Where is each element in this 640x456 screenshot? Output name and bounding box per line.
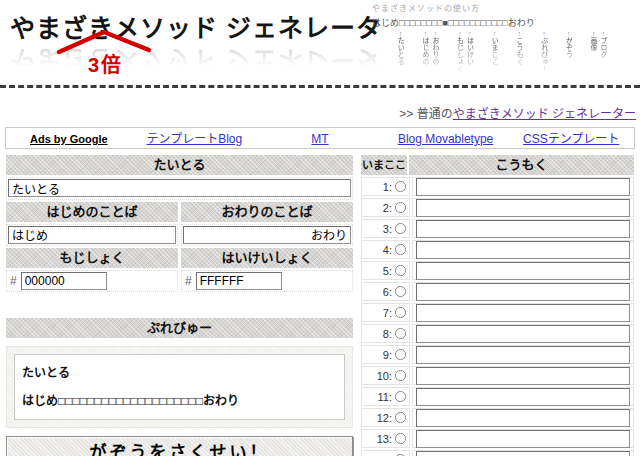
usage-label-group: ↑いまここ [490,30,499,73]
usage-label-group: ↑たいとる [396,30,405,73]
now-here-radio[interactable] [395,265,406,276]
item-cell [412,303,634,322]
dashed-divider [0,85,640,88]
now-here-radio[interactable] [395,370,406,381]
item-input[interactable] [416,283,630,301]
usage-label: 画像 [590,37,597,73]
item-cell [412,387,634,406]
preview-frame: たいとる はじめ□□□□□□□□□□□□□□□□□□□□おわり [6,346,353,428]
now-here-radio[interactable] [395,202,406,213]
preview-title: たいとる [22,363,337,380]
item-input[interactable] [416,346,630,364]
now-here-radio[interactable] [395,286,406,297]
row-number-cell: 5: [361,261,410,280]
row-number-cell: 4: [361,240,410,259]
table-row: 6: [361,282,634,301]
now-here-radio[interactable] [395,244,406,255]
title-field-cell [6,177,353,200]
row-number: 13: [377,433,392,445]
text-color-header: もじしょく [6,248,178,268]
items-table: いまここ こうもく 1: 2: 3: 4: 5: 6: 7: [361,155,634,456]
items-table-header: いまここ こうもく [361,155,634,175]
table-row: 10: [361,366,634,385]
item-input[interactable] [416,199,630,217]
row-number-cell: 9: [361,345,410,364]
up-arrow-icon: ↑ [602,30,606,37]
item-input[interactable] [416,325,630,343]
item-input[interactable] [416,367,630,385]
begin-word-input[interactable] [8,226,176,244]
now-here-radio[interactable] [395,412,406,423]
item-input[interactable] [416,409,630,427]
usage-label: もじしょく [456,37,463,73]
usage-progress-track: はじめ□□□□□□□□■□□□□□□□□□□□おわり [372,16,638,29]
table-row: 3: [361,219,634,238]
now-here-radio[interactable] [395,391,406,402]
item-header: こうもく [409,155,634,175]
triple-badge: 3倍 [88,49,123,78]
hash-label: # [8,274,17,288]
usage-label-group: ↑ぷれびゅー [540,30,549,73]
row-number: 2: [383,202,392,214]
item-input[interactable] [416,304,630,322]
up-arrow-icon: ↑ [423,30,427,37]
usage-label: ブログ [600,37,607,73]
up-arrow-icon: ↑ [518,30,522,37]
end-word-header: おわりのことば [181,202,353,222]
text-color-cell: # [6,270,178,292]
begin-word-cell [6,224,178,247]
item-input[interactable] [416,241,630,259]
item-cell [412,324,634,343]
row-number-cell: 10: [361,366,410,385]
up-arrow-icon: ↑ [592,30,596,37]
ad-link-mt[interactable]: MT [311,132,328,146]
item-input[interactable] [416,451,630,456]
item-cell [412,282,634,301]
row-number: 3: [383,223,392,235]
usage-label-group: ↑画像 ↑ブログ [589,30,608,73]
item-input[interactable] [416,262,630,280]
now-here-radio[interactable] [395,349,406,360]
row-number: 10: [377,370,392,382]
now-here-radio[interactable] [395,328,406,339]
ad-link-template-blog[interactable]: テンプレートBlog [147,132,243,146]
now-here-radio[interactable] [395,433,406,444]
item-cell [412,177,634,196]
end-word-input[interactable] [183,226,351,244]
table-row: 14: [361,450,634,456]
usage-label-group: ↑がぞう [564,30,573,73]
now-here-radio[interactable] [395,307,406,318]
up-arrow-icon: ↑ [542,30,546,37]
usage-label: こうもく [516,37,523,73]
row-number-cell: 3: [361,219,410,238]
table-row: 1: [361,177,634,196]
ads-bar: Ads by Google テンプレートBlog MT Blog Movable… [5,127,635,149]
item-cell [412,450,634,456]
row-number: 1: [383,181,392,193]
usage-label-group: ↑こうもく [515,30,524,73]
create-image-button[interactable]: がぞうをさくせい！ [6,436,353,456]
normal-generator-link[interactable]: やまざきメソッド ジェネレーター [453,107,636,121]
title-input[interactable] [8,179,351,197]
row-number-cell: 11: [361,387,410,406]
item-input[interactable] [416,220,630,238]
item-input[interactable] [416,430,630,448]
now-here-radio[interactable] [395,223,406,234]
usage-label: がぞう [565,37,572,73]
hash-label: # [183,274,192,288]
text-color-input[interactable] [21,272,107,290]
ad-link-blog-movabletype[interactable]: Blog Movabletype [398,132,493,146]
usage-label: はいけい [466,37,473,73]
item-input[interactable] [416,388,630,406]
row-number: 8: [383,328,392,340]
end-word-cell [181,224,353,247]
row-number: 5: [383,265,392,277]
begin-word-header: はじめのことば [6,202,178,222]
item-input[interactable] [416,178,630,196]
usage-label: ぷれびゅー [540,37,547,73]
bg-color-input[interactable] [196,272,282,290]
row-number: 11: [378,391,392,403]
ad-link-css-template[interactable]: CSSテンプレート [523,132,619,146]
now-here-radio[interactable] [395,181,406,192]
ads-by-google-label[interactable]: Ads by Google [30,133,108,145]
